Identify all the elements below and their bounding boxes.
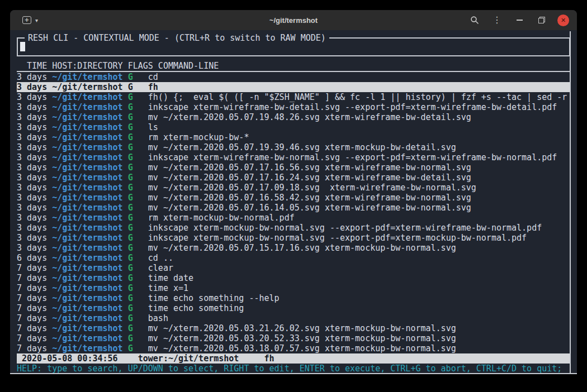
status-datetime: 2020-05-08 00:34:56 [22,353,118,364]
history-time: 3 days [17,162,47,173]
history-flag: G [128,293,133,303]
history-time: 3 days [17,183,47,193]
history-flag: G [128,162,133,173]
history-flag: G [128,263,133,273]
history-command: rm xterm-mockup-bw-* [148,132,249,142]
history-row[interactable]: 7 days ~/git/termshot G time x=1 [17,283,570,293]
history-directory: ~/git/termshot [52,122,122,132]
history-time: 7 days [17,323,47,333]
scrollbar[interactable] [570,31,571,373]
history-row[interactable]: 3 days ~/git/termshot G ls [17,122,570,132]
history-directory: ~/git/termshot [52,142,122,152]
history-time: 3 days [17,82,47,92]
history-directory: ~/git/termshot [52,162,122,173]
resh-search-box[interactable]: RESH CLI - CONTEXTUAL MODE - (CTRL+R to … [17,37,570,56]
history-row[interactable]: 7 days ~/git/termshot G mv ~/xterm.2020.… [17,333,570,343]
history-directory: ~/git/termshot [52,112,122,122]
new-tab-button[interactable]: + [22,13,31,27]
history-row[interactable]: 7 days ~/git/termshot G clear [17,263,570,273]
history-command: inkscape xterm-wireframe-bw-normal.svg -… [148,152,557,162]
history-command: time x=1 [148,283,188,293]
history-command: inkscape xterm-wireframe-bw-detail.svg -… [148,102,557,112]
history-flag: G [128,223,133,233]
history-time: 3 days [17,243,47,253]
history-row[interactable]: 7 days ~/git/termshot G time echo someth… [17,303,570,313]
history-directory: ~/git/termshot [52,283,122,293]
chevron-down-icon[interactable]: ▾ [35,17,38,23]
history-command: clear [148,263,173,273]
history-flag: G [128,92,133,102]
history-time: 3 days [17,132,47,142]
search-button[interactable] [468,13,481,27]
history-time: 3 days [17,152,47,162]
history-row[interactable]: 3 days ~/git/termshot G mv ~/xterm.2020.… [17,173,570,183]
history-time: 3 days [17,102,47,112]
history-row[interactable]: 7 days ~/git/termshot G mv ~/xterm.2020.… [17,323,570,333]
history-command: mv ~/xterm.2020.05.07.19.39.46.svg xterm… [148,142,456,152]
history-flag: G [128,112,133,122]
history-command: mv ~/xterm.2020.05.07.17.16.56.svg xterm… [148,162,471,173]
history-directory: ~/git/termshot [52,233,122,243]
history-flag: G [128,243,133,253]
history-time: 7 days [17,283,47,293]
header-host-directory: HOST:DIRECTORY [52,61,122,71]
history-row[interactable]: 3 days ~/git/termshot G rm xterm-mockup-… [17,213,570,223]
history-flag: G [128,142,133,152]
history-command: mv ~/xterm.2020.05.07.17.09.18.svg xterm… [148,183,476,193]
history-row[interactable]: 3 days ~/git/termshot G cd [17,72,570,82]
history-row[interactable]: 3 days ~/git/termshot G mv ~/xterm.2020.… [17,243,570,253]
history-flag: G [128,213,133,223]
history-row[interactable]: 3 days ~/git/termshot G mv ~/xterm.2020.… [17,112,570,122]
history-row[interactable]: 3 days ~/git/termshot G fh() {; eval $( … [17,92,570,102]
history-time: 3 days [17,233,47,243]
close-button[interactable]: ✕ [557,13,569,27]
history-command: mv ~/xterm.2020.05.03.20.52.33.svg xterm… [148,333,456,343]
history-row[interactable]: 3 days ~/git/termshot G mv ~/xterm.2020.… [17,193,570,203]
history-row[interactable]: 7 days ~/git/termshot G time date [17,273,570,283]
kebab-menu-icon: ⋮ [493,16,501,25]
history-directory: ~/git/termshot [52,173,122,183]
history-time: 3 days [17,193,47,203]
history-command: cd .. [148,253,173,263]
history-row[interactable]: 3 days ~/git/termshot G inkscape xterm-m… [17,233,570,243]
history-row[interactable]: 7 days ~/git/termshot G mv ~/xterm.2020.… [17,343,570,353]
history-directory: ~/git/termshot [52,193,122,203]
history-command: fh() {; eval $( ([ -n "$ZSH_NAME" ] && f… [148,92,567,102]
history-row[interactable]: 3 days ~/git/termshot G mv ~/xterm.2020.… [17,183,570,193]
history-flag: G [128,82,133,92]
history-directory: ~/git/termshot [52,313,122,323]
history-directory: ~/git/termshot [52,213,122,223]
history-row[interactable]: 7 days ~/git/termshot G time echo someth… [17,293,570,303]
terminal-content[interactable]: RESH CLI - CONTEXTUAL MODE - (CTRL+R to … [10,30,577,373]
history-row[interactable]: 3 days ~/git/termshot G inkscape xterm-w… [17,102,570,112]
history-row[interactable]: 3 days ~/git/termshot G mv ~/xterm.2020.… [17,162,570,173]
history-row[interactable]: 3 days ~/git/termshot G inkscape xterm-m… [17,223,570,233]
history-time: 7 days [17,313,47,323]
history-flag: G [128,132,133,142]
history-directory: ~/git/termshot [52,72,122,82]
history-flag: G [128,183,133,193]
status-host-directory: tower:~/git/termshot [138,353,239,364]
history-time: 7 days [17,273,47,283]
history-row[interactable]: 6 days ~/git/termshot G cd .. [17,253,570,263]
history-row[interactable]: 3 days ~/git/termshot G mv ~/xterm.2020.… [17,203,570,213]
history-command: mv ~/xterm.2020.05.03.18.07.57.svg xterm… [148,343,456,353]
minimize-button[interactable] [513,13,526,27]
header-time: TIME [27,61,47,71]
menu-button[interactable]: ⋮ [490,13,504,27]
restore-button[interactable] [535,13,548,27]
history-row[interactable]: 3 days ~/git/termshot G inkscape xterm-w… [17,152,570,162]
history-flag: G [128,102,133,112]
history-row[interactable]: 3 days ~/git/termshot G fh [17,82,570,92]
history-time: 3 days [17,92,47,102]
history-flag: G [128,152,133,162]
history-time: 7 days [17,263,47,273]
history-row[interactable]: 3 days ~/git/termshot G mv ~/xterm.2020.… [17,142,570,152]
status-bar: 2020-05-08 00:34:56 tower:~/git/termshot… [17,353,570,364]
history-flag: G [128,313,133,323]
history-command: mv ~/xterm.2020.05.07.15.17.16.svg xterm… [148,243,456,253]
history-row[interactable]: 3 days ~/git/termshot G rm xterm-mockup-… [17,132,570,142]
history-directory: ~/git/termshot [52,102,122,112]
history-time: 7 days [17,303,47,313]
history-row[interactable]: 7 days ~/git/termshot G bash [17,313,570,323]
